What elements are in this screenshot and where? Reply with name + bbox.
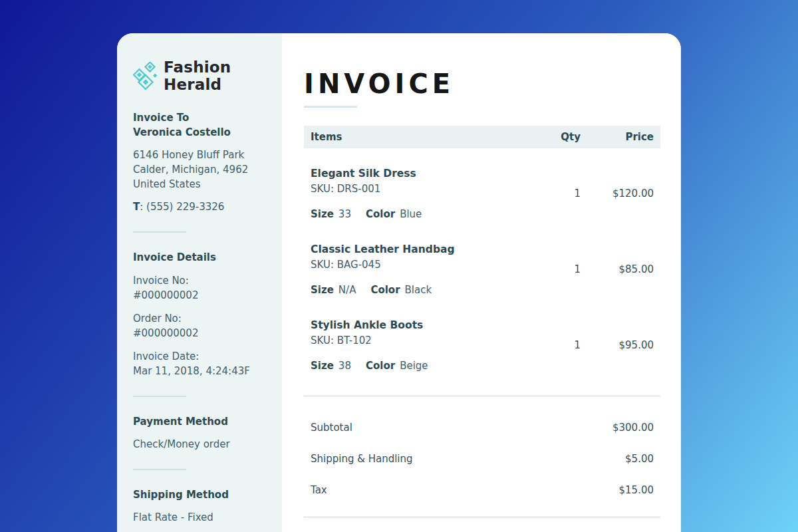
address-line: United States [133,177,266,192]
size-value: 38 [338,360,351,372]
item-price: $85.00 [581,263,654,275]
items-column-header: Items [311,131,541,143]
invoice-date-row: Invoice Date: Mar 11, 2018, 4:24:43F [133,349,266,378]
payment-method-value: Check/Money order [133,437,266,452]
item-variants: Size38ColorBeige [311,358,541,373]
item-qty: 1 [541,188,581,200]
color-value: Blue [400,208,422,220]
sidebar-divider [133,396,186,397]
tax-value: $15.00 [619,483,654,497]
item-sku: SKU: DRS-001 [311,182,541,197]
item-qty: 1 [541,263,581,275]
item-name: Elegant Silk Dress [311,166,541,182]
shipping-method-title: Shipping Method [133,487,266,502]
phone-number: : (555) 229-3326 [140,201,224,213]
invoice-number-value: #000000002 [133,288,266,303]
subtotal-row: Subtotal $300.00 [311,421,654,434]
table-row: Stylish Ankle Boots SKU: BT-102 Size38Co… [304,300,660,376]
invoice-date-label: Invoice Date: [133,349,266,364]
item-sku: SKU: BAG-045 [311,257,541,273]
shipping-method-value: Flat Rate - Fixed [133,510,266,525]
invoice-card: Fashion Herald Invoice To Veronica Coste… [117,33,681,532]
customer-name: Veronica Costello [133,125,266,140]
sidebar-divider [133,469,186,470]
grand-total-divider [304,517,660,517]
invoice-details-title: Invoice Details [133,250,266,265]
invoice-to-label: Invoice To [133,110,266,125]
item-variants: SizeN/AColorBlack [311,283,541,297]
item-sku: SKU: BT-102 [311,333,541,348]
color-label: Color [366,360,395,372]
items-table-header: Items Qty Price [304,126,660,148]
customer-address: 6146 Honey Bluff Park Calder, Michigan, … [133,148,266,192]
brand-name: Fashion Herald [164,59,266,93]
item-name: Classic Leather Handbag [311,242,541,257]
diamonds-cluster-icon [133,62,158,90]
tax-row: Tax $15.00 [311,483,654,497]
address-line: Calder, Michigan, 4962 [133,162,266,177]
tax-label: Tax [311,483,327,497]
subtotal-label: Subtotal [311,421,352,434]
table-row: Elegant Silk Dress SKU: DRS-001 Size33Co… [304,148,660,224]
table-row: Classic Leather Handbag SKU: BAG-045 Siz… [304,224,660,300]
item-variants: Size33ColorBlue [311,207,541,221]
size-label: Size [311,360,334,372]
item-name: Stylish Ankle Boots [311,318,541,333]
size-value: N/A [338,284,356,296]
invoice-sidebar: Fashion Herald Invoice To Veronica Coste… [117,33,282,532]
shipping-handling-label: Shipping & Handling [311,452,413,466]
order-number-row: Order No: #000000002 [133,311,266,340]
color-value: Beige [400,360,428,372]
page-background: { "brand": { "name": "Fashion Herald", "… [0,0,798,532]
item-info: Stylish Ankle Boots SKU: BT-102 Size38Co… [311,318,541,373]
item-price: $120.00 [581,188,654,200]
order-number-label: Order No: [133,311,266,326]
page-title: INVOICE [304,70,660,98]
size-label: Size [311,284,334,296]
address-line: 6146 Honey Bluff Park [133,148,266,162]
shipping-handling-row: Shipping & Handling $5.00 [311,452,654,466]
invoice-number-label: Invoice No: [133,273,266,288]
invoice-main: INVOICE Items Qty Price Elegant Silk Dre… [282,33,681,532]
order-number-value: #000000002 [133,326,266,340]
brand-logo: Fashion Herald [133,59,266,93]
qty-column-header: Qty [541,131,581,143]
totals-section: Subtotal $300.00 Shipping & Handling $5.… [304,396,660,497]
size-label: Size [311,208,334,220]
invoice-date-value: Mar 11, 2018, 4:24:43F [133,364,266,378]
customer-phone: T: (555) 229-3326 [133,200,266,214]
color-value: Black [405,284,432,296]
payment-method-title: Payment Method [133,414,266,429]
size-value: 33 [338,208,351,220]
price-column-header: Price [581,131,654,143]
color-label: Color [370,284,400,296]
title-underline [304,106,357,108]
item-qty: 1 [541,339,581,351]
subtotal-value: $300.00 [612,421,654,434]
item-info: Elegant Silk Dress SKU: DRS-001 Size33Co… [311,166,541,221]
item-price: $95.00 [581,339,654,351]
color-label: Color [366,208,395,220]
invoice-number-row: Invoice No: #000000002 [133,273,266,303]
item-info: Classic Leather Handbag SKU: BAG-045 Siz… [311,242,541,297]
sidebar-divider [133,231,186,233]
phone-label: T [133,201,140,213]
shipping-handling-value: $5.00 [625,452,654,466]
